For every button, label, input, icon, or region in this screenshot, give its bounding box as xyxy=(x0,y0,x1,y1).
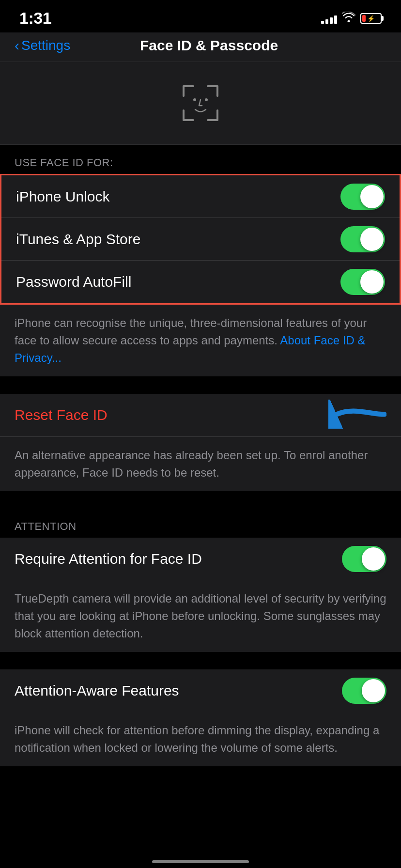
iphone-unlock-label: iPhone Unlock xyxy=(16,188,109,205)
section-separator-2 xyxy=(0,491,401,509)
itunes-app-store-row: iTunes & App Store xyxy=(1,218,400,261)
attention-aware-section: Attention-Aware Features xyxy=(0,669,401,712)
back-chevron-icon: ‹ xyxy=(15,38,19,53)
section-separator-3 xyxy=(0,652,401,669)
alt-appearance-description: An alternative appearance has already be… xyxy=(0,436,401,491)
require-attention-toggle[interactable] xyxy=(342,546,386,572)
iphone-unlock-row: iPhone Unlock xyxy=(1,175,400,218)
attention-aware-label: Attention-Aware Features xyxy=(15,682,179,699)
wifi-icon xyxy=(342,12,355,25)
toggle-knob xyxy=(360,270,384,294)
require-attention-row: Require Attention for Face ID xyxy=(0,538,401,580)
require-attention-description: TrueDepth camera will provide an additio… xyxy=(0,580,401,652)
password-autofill-toggle[interactable] xyxy=(340,269,385,295)
attention-aware-row: Attention-Aware Features xyxy=(0,669,401,712)
section-separator-1 xyxy=(0,376,401,394)
face-id-description: iPhone can recognise the unique, three-d… xyxy=(0,305,401,376)
reset-face-id-label: Reset Face ID xyxy=(15,407,108,423)
password-autofill-row: Password AutoFill xyxy=(1,261,400,303)
face-id-toggles-group: iPhone Unlock iTunes & App Store Passwor… xyxy=(0,174,401,305)
blue-arrow-icon xyxy=(328,400,386,429)
home-indicator xyxy=(152,860,249,863)
password-autofill-label: Password AutoFill xyxy=(16,274,131,290)
attention-aware-toggle[interactable] xyxy=(342,678,386,704)
status-icons: ⚡ xyxy=(321,12,382,25)
signal-icon xyxy=(321,13,337,24)
attention-section-label: ATTENTION xyxy=(0,509,401,538)
attention-aware-description: iPhone will check for attention before d… xyxy=(0,712,401,766)
face-id-settings-section: iPhone Unlock iTunes & App Store Passwor… xyxy=(1,175,400,303)
toggle-knob xyxy=(362,547,385,571)
itunes-app-store-toggle[interactable] xyxy=(340,226,385,252)
arrow-annotation xyxy=(328,400,386,431)
face-id-header xyxy=(0,62,401,145)
svg-point-1 xyxy=(205,98,208,101)
navigation-bar: ‹ Settings Face ID & Passcode xyxy=(0,32,401,62)
status-bar: 1:31 ⚡ xyxy=(0,0,401,32)
reset-face-id-row[interactable]: Reset Face ID xyxy=(0,394,401,436)
toggle-knob xyxy=(360,228,384,251)
iphone-unlock-toggle[interactable] xyxy=(340,184,385,210)
attention-settings-section: Require Attention for Face ID xyxy=(0,538,401,580)
svg-point-0 xyxy=(193,98,196,101)
battery-icon: ⚡ xyxy=(360,13,382,24)
toggle-knob xyxy=(360,185,384,208)
face-id-icon xyxy=(179,81,222,125)
itunes-app-store-label: iTunes & App Store xyxy=(16,231,140,248)
status-time: 1:31 xyxy=(19,9,51,28)
toggle-knob xyxy=(362,679,385,702)
require-attention-label: Require Attention for Face ID xyxy=(15,551,202,567)
page-title: Face ID & Passcode xyxy=(31,37,386,54)
content-area: USE FACE ID FOR: iPhone Unlock iTunes & … xyxy=(0,62,401,766)
use-face-id-section-label: USE FACE ID FOR: xyxy=(0,145,401,174)
